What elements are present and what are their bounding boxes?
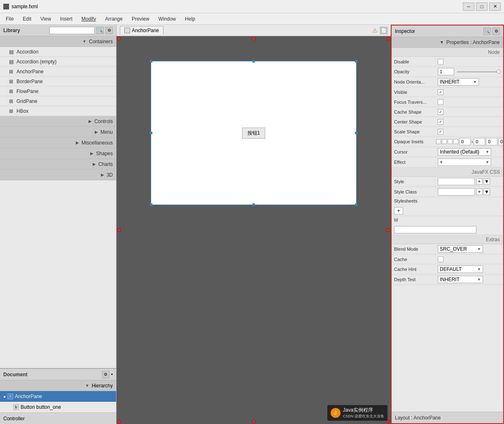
prop-node-orient-label: Node Orienta... [394,79,435,84]
prop-node-orient: Node Orienta... INHERIT ▼ [392,77,503,87]
library-search-input[interactable] [49,27,95,34]
prop-center-shape-checkbox[interactable] [438,119,443,125]
item-accordion-empty-label: Accordion (empty) [16,59,56,65]
item-gridpane-label: GridPane [16,98,37,104]
prop-id-control [394,226,476,233]
prop-cache-label: Cache [394,257,435,262]
prop-style-control: + ▼ [438,178,501,185]
prop-style-input[interactable] [438,178,475,185]
stylesheets-add-btn[interactable]: + [394,207,403,214]
item-anchorpane[interactable]: ⊞ AnchorPane [0,67,116,77]
prop-opacity-slider[interactable] [457,71,501,72]
prop-opacity-input[interactable] [438,68,454,75]
prop-cache-shape-checkbox[interactable] [438,109,443,115]
prop-disable-checkbox[interactable] [438,59,443,65]
section-controls[interactable]: ▶ Controls [0,116,116,127]
section-containers[interactable]: ▼ Containers [0,36,116,47]
menu-preview[interactable]: Preview [128,14,154,23]
prop-effect-dropdown[interactable]: + ▼ [438,158,491,166]
document-header: Document ⚙ • [0,369,116,380]
misc-arrow: ▶ [76,140,79,145]
prop-cursor-dropdown[interactable]: Inherited (Default) ▼ [438,148,491,156]
section-3d[interactable]: ▶ 3D [0,170,116,180]
white-handle-tc [252,60,255,63]
section-miscellaneous[interactable]: ▶ Miscellaneous [0,137,116,148]
style-dropdown-btn[interactable]: ▼ [483,178,490,185]
menu-edit[interactable]: Edit [19,14,35,23]
opaque-insets-input4[interactable] [498,138,504,145]
document-settings-icon[interactable]: ⚙ [102,371,110,378]
anchor-handle-mr [387,228,390,232]
item-accordion[interactable]: ▤ Accordion [0,47,116,57]
gridpane-icon: ⊞ [8,98,14,104]
prop-effect-label: Effect [394,160,435,165]
menu-arrange[interactable]: Arrange [101,14,127,23]
style-class-dropdown-btn[interactable]: ▼ [483,189,490,195]
canvas-tab[interactable]: AnchorPane [120,26,163,35]
maximize-button[interactable]: □ [476,2,488,11]
library-list: ▼ Containers ▤ Accordion ▤ Accordion (em… [0,36,116,368]
prop-center-shape-control [438,119,501,125]
canvas-button-one[interactable]: 按钮1 [242,128,266,139]
inspector-spacer [392,285,503,412]
inspector-settings-icon[interactable]: ⚙ [492,28,500,35]
hierarchy-item-button[interactable]: b Button button_one [0,402,116,412]
hierarchy-item-anchorpane[interactable]: ● + AnchorPane [0,391,116,402]
opaque-insets-cb1[interactable] [436,139,441,144]
opaque-insets-input2[interactable] [474,138,485,145]
prop-blend-mode-dropdown[interactable]: SRC_OVER ▼ [438,245,483,253]
prop-cache-shape-label: Cache Shape [394,109,435,114]
section-menu[interactable]: ▶ Menu [0,127,116,137]
library-settings-icon[interactable]: ⚙ [105,27,113,34]
opaque-insets-input1[interactable] [459,138,471,145]
menu-view[interactable]: View [36,14,55,23]
prop-style-class-input[interactable] [438,188,475,196]
button-type-icon: b [13,404,19,410]
menu-help[interactable]: Help [181,14,199,23]
item-accordion-empty[interactable]: ▤ Accordion (empty) [0,57,116,67]
prop-node-orient-dropdown[interactable]: INHERIT ▼ [438,78,479,86]
library-search-icon[interactable]: 🔍 [96,27,104,34]
prop-cache-hint-dropdown[interactable]: DEFAULT ▼ [438,266,483,273]
menu-file[interactable]: File [2,14,18,23]
item-hbox[interactable]: ⊞ HBox [0,106,116,116]
prop-focus-trav-control [438,99,501,105]
section-charts[interactable]: ▶ Charts [0,159,116,170]
hierarchy-header: ▼ Hierarchy [0,380,116,391]
canvas-content[interactable]: 按钮1 J Java实例程序 CSDN @爱吃东北大冻鱼 [117,36,391,424]
opaque-insets-input3[interactable] [486,138,497,145]
opaque-insets-cb2[interactable] [442,139,447,144]
prop-cache-checkbox[interactable] [438,256,443,262]
inspector-search-icon[interactable]: 🔍 [483,28,491,35]
opaque-insets-cb4[interactable] [453,139,458,144]
style-class-add-btn[interactable]: + [476,189,483,195]
prop-cache-shape: Cache Shape [392,107,503,117]
section-shapes[interactable]: ▶ Shapes [0,148,116,159]
watermark: J Java实例程序 CSDN @爱吃东北大冻鱼 [327,405,387,421]
menu-modify[interactable]: Modify [77,14,100,23]
item-flowpane[interactable]: ⊞ FlowPane [0,86,116,96]
prop-visible-checkbox[interactable] [438,89,443,95]
opaque-insets-sep: › [471,140,473,144]
prop-id-input[interactable] [394,226,476,233]
opaque-insets-cb3[interactable] [448,139,453,144]
close-button[interactable]: ✕ [489,2,501,11]
minimize-button[interactable]: ─ [463,2,474,11]
item-borderpane[interactable]: ⊞ BorderPane [0,77,116,86]
accordion-empty-icon: ▤ [8,59,14,65]
menu-window[interactable]: Window [154,14,180,23]
document-title: Document [3,372,28,377]
prop-depth-test-dropdown[interactable]: INHERIT ▼ [438,276,483,283]
menu-insert[interactable]: Insert [56,14,77,23]
prop-scale-shape-checkbox[interactable] [438,129,443,135]
shapes-arrow: ▶ [90,151,93,156]
prop-focus-trav-checkbox[interactable] [438,99,443,105]
style-add-btn[interactable]: + [476,178,483,185]
prop-visible-control [438,89,501,95]
anchor-handle-bl [117,420,121,423]
prop-id: Id [392,216,503,235]
canvas-doc-icon[interactable]: 📄 [380,27,387,34]
item-gridpane[interactable]: ⊞ GridPane [0,96,116,106]
style-class-btns: + ▼ [476,189,490,195]
item-borderpane-label: BorderPane [16,79,43,84]
